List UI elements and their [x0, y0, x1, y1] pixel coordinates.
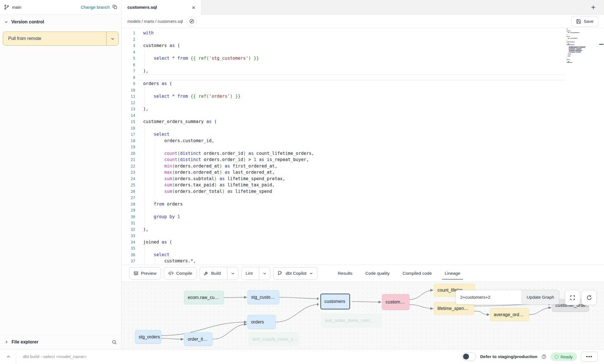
- minimap-line: [571, 46, 573, 47]
- pull-from-remote-button[interactable]: Pull from remote: [3, 32, 119, 46]
- lineage-node-order_items[interactable]: order_it…: [184, 332, 213, 346]
- code-line[interactable]: 7),: [122, 68, 604, 74]
- code-line[interactable]: 24 sum(orders.subtotal) as lifetime_spen…: [122, 176, 604, 182]
- overflow-menu-button[interactable]: •••: [581, 352, 598, 362]
- code-line[interactable]: 25 sum(orders.tax_paid) as lifetime_tax_…: [122, 182, 604, 188]
- tab-customers-sql[interactable]: customers.sql ×: [122, 0, 201, 15]
- code-line[interactable]: 10: [122, 87, 604, 93]
- panel-tab-compiled-code[interactable]: Compiled code: [402, 265, 432, 282]
- code-line[interactable]: 15customer_orders_summary as (: [122, 119, 604, 125]
- lint-dropdown-caret[interactable]: [259, 267, 270, 280]
- code-line[interactable]: 3customers as (: [122, 43, 604, 49]
- toggle-knob: [463, 354, 469, 359]
- file-explorer-header[interactable]: File explorer: [0, 335, 121, 349]
- lineage-node-source_ecom[interactable]: ecom.raw_cu…: [184, 291, 224, 304]
- lineage-edge-stg_customers-customers: [279, 297, 320, 299]
- code-line[interactable]: 12: [122, 100, 604, 106]
- code-line[interactable]: 31: [122, 220, 604, 226]
- code-line[interactable]: 34joined as (: [122, 239, 604, 245]
- code-line[interactable]: 8: [122, 74, 604, 81]
- lineage-node-stg_orders[interactable]: stg_orders: [135, 330, 161, 344]
- panel-tab-lineage[interactable]: Lineage: [445, 265, 460, 282]
- lineage-compass-button[interactable]: [187, 16, 197, 26]
- code-line[interactable]: 19: [122, 144, 604, 150]
- line-number: 4: [122, 49, 135, 55]
- lineage-node-orders[interactable]: orders: [247, 315, 276, 329]
- line-number: 30: [122, 214, 135, 220]
- close-icon[interactable]: ×: [192, 5, 195, 10]
- compile-button[interactable]: Compile: [164, 267, 197, 280]
- line-number: 5: [122, 55, 135, 62]
- copy-icon[interactable]: [112, 5, 118, 10]
- minimap-line: [567, 59, 568, 60]
- lineage-selector-input[interactable]: 2+customers+2: [456, 290, 522, 304]
- code-line[interactable]: 1with: [122, 30, 604, 36]
- code-line[interactable]: 5 select * from {{ ref('stg_customers') …: [122, 55, 604, 62]
- code-line[interactable]: 16: [122, 125, 604, 131]
- code-line[interactable]: 11 select * from {{ ref('orders') }}: [122, 93, 604, 100]
- code-line[interactable]: 30 group by 1: [122, 214, 604, 220]
- code-line[interactable]: 18 orders.customer_id,: [122, 138, 604, 144]
- preview-button[interactable]: Preview: [129, 267, 161, 280]
- code-line[interactable]: 29: [122, 207, 604, 214]
- code-line[interactable]: 27: [122, 195, 604, 201]
- code-line[interactable]: 37 customers.*,: [122, 258, 604, 264]
- code-line[interactable]: 2: [122, 36, 604, 43]
- lineage-node-stg_customers[interactable]: stg_custo…: [247, 290, 279, 304]
- code-line[interactable]: 22 min(orders.ordered_at) as first_order…: [122, 163, 604, 169]
- code-line[interactable]: 32),: [122, 226, 604, 233]
- code-line[interactable]: 33: [122, 233, 604, 239]
- panel-tab-results[interactable]: Results: [338, 265, 353, 282]
- code-line[interactable]: 36 select: [122, 252, 604, 258]
- code-line[interactable]: 13),: [122, 106, 604, 112]
- search-icon[interactable]: [112, 340, 117, 345]
- help-icon[interactable]: [541, 354, 547, 359]
- line-number: 12: [122, 100, 135, 106]
- line-number: 32: [122, 226, 135, 233]
- git-branch-icon: [4, 5, 9, 10]
- code-line[interactable]: 4: [122, 49, 604, 55]
- editor-tab-bar: customers.sql × +: [122, 0, 604, 15]
- editor-toolbar: Preview Compile Build Lint: [122, 265, 604, 282]
- chevron-up-icon[interactable]: [6, 354, 11, 359]
- lineage-node-test_supply[interactable]: test_supply_costs_s…: [249, 332, 298, 346]
- save-button[interactable]: Save: [571, 16, 598, 27]
- lineage-selector[interactable]: 2+customers+2 Update Graph: [455, 290, 559, 305]
- lint-button[interactable]: Lint: [241, 267, 270, 280]
- code-line[interactable]: 28 from orders: [122, 201, 604, 207]
- code-line[interactable]: 9orders as (: [122, 81, 604, 87]
- lineage-node-test_order_items[interactable]: test_order_items_com…: [321, 314, 382, 327]
- command-input[interactable]: dbt build --select <model_name>: [23, 354, 87, 359]
- code-line[interactable]: 23 max(orders.ordered_at) as last_ordere…: [122, 169, 604, 176]
- build-dropdown-caret[interactable]: [227, 267, 238, 280]
- code-line[interactable]: 14: [122, 112, 604, 119]
- panel-tab-code-quality[interactable]: Code quality: [365, 265, 390, 282]
- code-line[interactable]: 26 sum(orders.order_total) as lifetime_s…: [122, 188, 604, 195]
- code-line[interactable]: 6: [122, 62, 604, 68]
- code-line[interactable]: 35: [122, 245, 604, 252]
- change-branch-link[interactable]: Change branch: [81, 5, 110, 10]
- lineage-node-average_order[interactable]: average_ord…: [490, 308, 529, 321]
- line-number: 21: [122, 157, 135, 163]
- minimap-line: [567, 29, 568, 29]
- new-tab-button[interactable]: +: [589, 3, 598, 12]
- scrollbar-position-marker[interactable]: [599, 44, 603, 45]
- refresh-button[interactable]: [581, 290, 597, 305]
- defer-toggle[interactable]: [462, 352, 476, 361]
- code-line[interactable]: 20 count(distinct orders.order_id) as co…: [122, 150, 604, 157]
- minimap-line: [578, 46, 578, 47]
- dbt-copilot-button[interactable]: dbt Copilot: [273, 267, 317, 280]
- line-number: 24: [122, 176, 135, 182]
- build-button[interactable]: Build: [200, 267, 238, 280]
- minimap-line: [570, 48, 575, 49]
- code-line[interactable]: 21 count(distinct orders.order_id) > 1 a…: [122, 157, 604, 163]
- lineage-node-customer_m[interactable]: custom…: [382, 294, 410, 310]
- version-control-header[interactable]: Version control: [0, 17, 121, 26]
- code-line[interactable]: 17 select: [122, 131, 604, 138]
- lineage-node-customers[interactable]: customers: [320, 294, 350, 309]
- pull-dropdown-caret[interactable]: [106, 32, 118, 45]
- fullscreen-button[interactable]: [565, 290, 580, 305]
- update-graph-button[interactable]: Update Graph: [522, 290, 559, 304]
- code-editor[interactable]: 1with23customers as (45 select * from {{…: [122, 28, 604, 265]
- lineage-panel[interactable]: ecom.raw_cu…stg_custo…ordersstg_ordersor…: [122, 282, 604, 349]
